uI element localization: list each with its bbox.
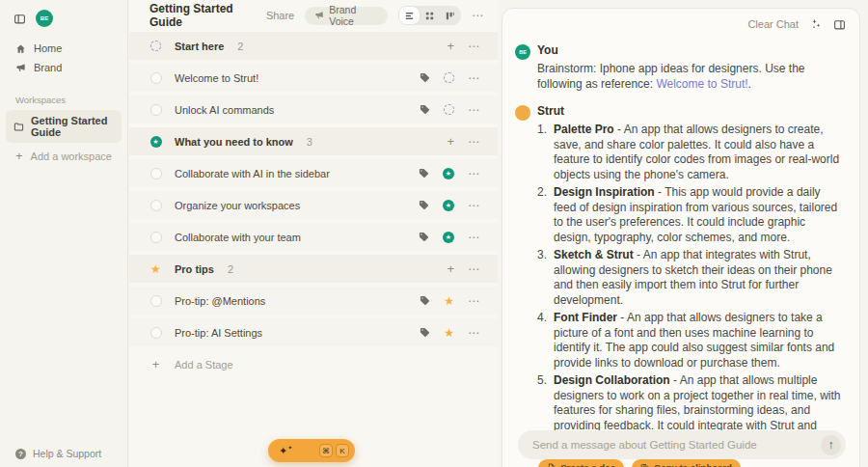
strut-avatar [515, 105, 530, 121]
idea-list: 1. Palette Pro - An app that allows desi… [537, 123, 844, 449]
sidebar-home-label: Home [34, 42, 62, 54]
green-star-icon[interactable]: ★ [443, 168, 454, 179]
collapse-sidebar-icon[interactable] [14, 13, 26, 25]
card-more-icon[interactable]: ⋯ [468, 76, 480, 80]
ai-command-bar[interactable]: ✦✦ ⌘ K [268, 439, 355, 462]
card-checkbox[interactable] [150, 295, 162, 307]
card-row[interactable]: Collaborate with AI in the sidebar ★ ⋯ [129, 159, 498, 187]
board-view-button[interactable] [440, 7, 460, 24]
sidebar-brand-label: Brand [34, 62, 62, 73]
tag-icon[interactable] [420, 72, 430, 83]
chat-message-input[interactable] [532, 439, 821, 451]
card-checkbox[interactable] [150, 72, 162, 84]
stage-header-what-you-need[interactable]: ★ What you need to know 3 + ⋯ [129, 127, 498, 155]
add-workspace-button[interactable]: + Add a workspace [0, 143, 127, 163]
add-workspace-label: Add a workspace [31, 151, 112, 162]
message-author: Strut [537, 104, 844, 118]
idea-title: Font Finder [554, 311, 617, 324]
collapse-chat-panel-icon[interactable] [833, 18, 846, 31]
share-button[interactable]: Share [266, 10, 294, 21]
user-message: BE You Brainstorm: Iphone app ideas for … [515, 43, 844, 92]
stage-more-icon[interactable]: ⋯ [468, 267, 480, 271]
brand-voice-button[interactable]: Brand Voice [305, 7, 388, 25]
card-checkbox[interactable] [150, 104, 162, 116]
card-row[interactable]: Organize your workspaces ★ ⋯ [129, 191, 498, 219]
board-header: Getting Started Guide Share Brand Voice [129, 0, 498, 31]
card-more-icon[interactable]: ⋯ [468, 172, 480, 176]
create-doc-label: Create a doc [560, 462, 615, 467]
star-icon[interactable]: ★ [444, 327, 454, 339]
list-item: 2. Design Inspiration - This app would p… [537, 185, 844, 245]
list-item: 1. Palette Pro - An app that allows desi… [537, 123, 844, 182]
create-doc-button[interactable]: Create a doc [538, 459, 624, 467]
megaphone-icon [15, 63, 26, 73]
card-more-icon[interactable]: ⋯ [468, 299, 480, 303]
card-row[interactable]: Welcome to Strut! ⋯ [129, 64, 498, 92]
referenced-doc-link[interactable]: Welcome to Strut! [656, 77, 747, 91]
tag-icon[interactable] [420, 104, 430, 115]
sidebar: BE Home Brand Workspaces Getting Started… [0, 0, 128, 467]
assistant-message: Strut 1. Palette Pro - An app that allow… [515, 104, 844, 452]
add-card-icon[interactable]: + [447, 39, 454, 53]
stage-status-icon[interactable] [444, 104, 454, 115]
ai-chat-panel: Clear Chat BE You Brainstorm: Iphone app… [502, 8, 860, 467]
sparkles-icon: ✦✦ [279, 444, 292, 457]
card-row[interactable]: Unlock AI commands ⋯ [129, 96, 498, 124]
add-card-icon[interactable]: + [447, 134, 454, 149]
card-row[interactable]: Pro-tip: @Mentions ★ ⋯ [129, 287, 498, 315]
ai-settings-icon[interactable] [810, 18, 822, 30]
grid-view-button[interactable] [420, 7, 440, 24]
board-more-icon[interactable]: ⋯ [472, 14, 484, 17]
card-more-icon[interactable]: ⋯ [468, 204, 480, 207]
add-card-icon[interactable]: + [447, 261, 454, 276]
card-more-icon[interactable]: ⋯ [468, 235, 480, 239]
sidebar-item-brand[interactable]: Brand [0, 58, 127, 77]
user-avatar[interactable]: BE [36, 10, 53, 27]
sidebar-item-workspace-getting-started[interactable]: Getting Started Guide [6, 110, 122, 143]
stage-count: 2 [237, 41, 243, 52]
stage-status-icon[interactable] [444, 72, 454, 83]
stage-more-icon[interactable]: ⋯ [468, 140, 480, 144]
card-checkbox[interactable] [150, 168, 162, 179]
stage-header-start-here[interactable]: Start here 2 + ⋯ [129, 32, 498, 60]
card-more-icon[interactable]: ⋯ [468, 331, 480, 335]
list-item: 4. Font Finder - An app that allows desi… [537, 311, 844, 371]
tag-icon[interactable] [420, 295, 430, 306]
stage-more-icon[interactable]: ⋯ [468, 44, 480, 48]
list-item: 3. Sketch & Strut - An app that integrat… [537, 248, 844, 308]
tag-icon[interactable] [419, 168, 429, 179]
card-more-icon[interactable]: ⋯ [468, 108, 480, 112]
green-star-icon: ★ [150, 136, 162, 148]
green-star-icon[interactable]: ★ [443, 232, 454, 243]
tag-icon[interactable] [420, 327, 430, 338]
clear-chat-button[interactable]: Clear Chat [747, 18, 799, 30]
help-support-button[interactable]: ? Help & Support [15, 448, 101, 459]
add-stage-button[interactable]: + Add a Stage [129, 350, 498, 378]
idea-title: Design Collaboration [554, 373, 670, 387]
star-icon[interactable]: ★ [444, 295, 454, 307]
card-checkbox[interactable] [150, 232, 162, 243]
user-avatar: BE [515, 44, 530, 60]
help-support-label: Help & Support [33, 448, 101, 459]
green-star-icon[interactable]: ★ [443, 200, 454, 211]
card-row[interactable]: Collaborate with your team ★ ⋯ [129, 223, 498, 251]
sidebar-item-home[interactable]: Home [0, 39, 127, 58]
card-row[interactable]: Pro-tip: AI Settings ★ ⋯ [129, 318, 498, 346]
copy-to-clipboard-button[interactable]: Copy to clipboard [632, 459, 741, 467]
workspaces-heading: Workspaces [0, 95, 127, 105]
stage-header-pro-tips[interactable]: ★ Pro tips 2 + ⋯ [129, 255, 498, 283]
tag-icon[interactable] [419, 200, 429, 210]
send-message-button[interactable]: ↑ [821, 435, 841, 455]
message-author: You [537, 43, 844, 57]
question-icon: ? [15, 449, 26, 459]
workspace-name: Getting Started Guide [31, 115, 114, 138]
cmd-keycap: ⌘ [319, 444, 333, 457]
idea-title: Palette Pro [554, 123, 614, 136]
card-checkbox[interactable] [150, 327, 162, 339]
tag-icon[interactable] [419, 232, 429, 242]
card-title: Pro-tip: @Mentions [175, 295, 265, 307]
stage-title: Pro tips [175, 263, 214, 275]
list-view-button[interactable] [399, 7, 420, 24]
brand-voice-label: Brand Voice [329, 4, 378, 27]
card-checkbox[interactable] [150, 200, 162, 211]
